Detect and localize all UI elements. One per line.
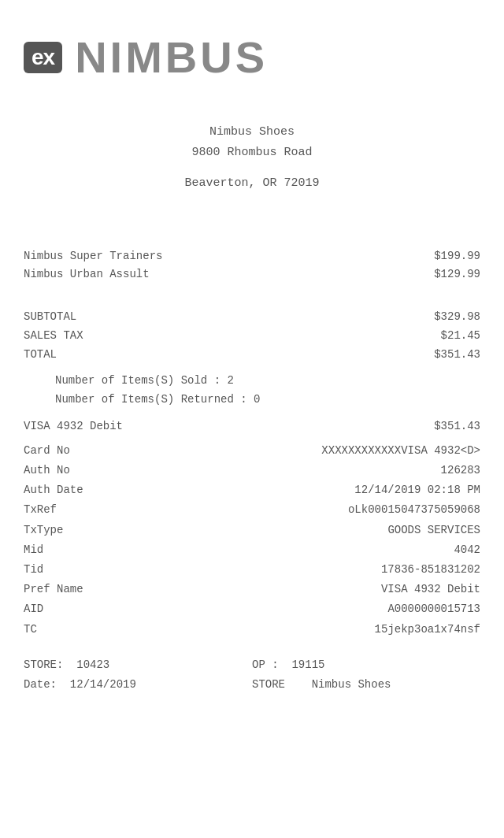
item-1-price: $199.99 (417, 247, 480, 266)
auth-date-row: Auth Date 12/14/2019 02:18 PM (24, 480, 480, 500)
auth-date-value: 12/14/2019 02:18 PM (110, 480, 480, 500)
card-no-label: Card No (24, 441, 110, 461)
date-label: Date: 12/14/2019 (24, 675, 252, 695)
mid-label: Mid (24, 540, 110, 560)
payment-method-row: VISA 4932 Debit $351.43 (24, 417, 480, 436)
tc-row: TC 15jekp3oa1x74nsf (24, 620, 480, 640)
total-row: TOTAL $351.43 (24, 346, 480, 365)
store-address: 9800 Rhombus Road (24, 143, 480, 163)
txref-row: TxRef oLk00015047375059068 (24, 500, 480, 520)
txtype-row: TxType GOODS SERVICES (24, 521, 480, 540)
tid-value: 17836-851831202 (110, 560, 480, 580)
payment-method-label: VISA 4932 Debit (24, 417, 417, 436)
mid-row: Mid 4042 (24, 540, 480, 560)
auth-no-value: 126283 (110, 461, 480, 480)
footer-section: STORE: 10423 OP : 19115 Date: 12/14/2019… (24, 655, 480, 695)
store-name: Nimbus Shoes (24, 122, 480, 143)
op-label: OP : 19115 (252, 655, 480, 675)
totals-section: SUBTOTAL $329.98 SALES TAX $21.45 TOTAL … (24, 308, 480, 364)
payment-details: Card No XXXXXXXXXXXXVISA 4932<D> Auth No… (24, 441, 480, 640)
brand-name: NIMBUS (75, 32, 268, 83)
footer-row-1: STORE: 10423 OP : 19115 (24, 655, 480, 675)
receipt: ex NIMBUS Nimbus Shoes 9800 Rhombus Road… (0, 0, 504, 838)
items-section: Nimbus Super Trainers $199.99 Nimbus Urb… (24, 247, 480, 285)
subtotal-row: SUBTOTAL $329.98 (24, 308, 480, 327)
pref-name-label: Pref Name (24, 580, 110, 599)
items-returned: Number of Items(S) Returned : 0 (55, 391, 480, 410)
pref-name-value: VISA 4932 Debit (110, 580, 480, 599)
total-value: $351.43 (417, 346, 480, 365)
auth-no-row: Auth No 126283 (24, 461, 480, 480)
card-no-row: Card No XXXXXXXXXXXXVISA 4932<D> (24, 441, 480, 461)
pref-name-row: Pref Name VISA 4932 Debit (24, 580, 480, 599)
receipt-header: ex NIMBUS (24, 24, 480, 91)
sales-tax-row: SALES TAX $21.45 (24, 327, 480, 346)
auth-no-label: Auth No (24, 461, 110, 480)
txtype-label: TxType (24, 521, 110, 540)
payment-method-amount: $351.43 (417, 417, 480, 436)
tid-row: Tid 17836-851831202 (24, 560, 480, 580)
aid-row: AID A0000000015713 (24, 599, 480, 619)
counts-section: Number of Items(S) Sold : 2 Number of It… (24, 372, 480, 410)
txref-value: oLk00015047375059068 (110, 500, 480, 520)
item-row-1: Nimbus Super Trainers $199.99 (24, 247, 480, 266)
item-2-name: Nimbus Urban Assult (24, 265, 417, 284)
store-city-state: Beaverton, OR 72019 (24, 173, 480, 194)
store2-label: STORE Nimbus Shoes (252, 675, 480, 695)
aid-label: AID (24, 599, 110, 619)
items-sold: Number of Items(S) Sold : 2 (55, 372, 480, 391)
total-label: TOTAL (24, 346, 417, 365)
item-row-2: Nimbus Urban Assult $129.99 (24, 265, 480, 284)
item-1-name: Nimbus Super Trainers (24, 247, 417, 266)
subtotal-value: $329.98 (417, 308, 480, 327)
footer-row-2: Date: 12/14/2019 STORE Nimbus Shoes (24, 675, 480, 695)
auth-date-label: Auth Date (24, 480, 110, 500)
aid-value: A0000000015713 (110, 599, 480, 619)
tc-value: 15jekp3oa1x74nsf (110, 620, 480, 640)
mid-value: 4042 (110, 540, 480, 560)
sales-tax-value: $21.45 (417, 327, 480, 346)
tid-label: Tid (24, 560, 110, 580)
store-info: Nimbus Shoes 9800 Rhombus Road Beaverton… (24, 122, 480, 194)
card-no-value: XXXXXXXXXXXXVISA 4932<D> (110, 441, 480, 461)
payment-section: VISA 4932 Debit $351.43 (24, 417, 480, 436)
subtotal-label: SUBTOTAL (24, 308, 417, 327)
tc-label: TC (24, 620, 110, 640)
txref-label: TxRef (24, 500, 110, 520)
sales-tax-label: SALES TAX (24, 327, 417, 346)
store-label: STORE: 10423 (24, 655, 252, 675)
item-2-price: $129.99 (417, 265, 480, 284)
txtype-value: GOODS SERVICES (110, 521, 480, 540)
ex-logo: ex (24, 42, 62, 73)
